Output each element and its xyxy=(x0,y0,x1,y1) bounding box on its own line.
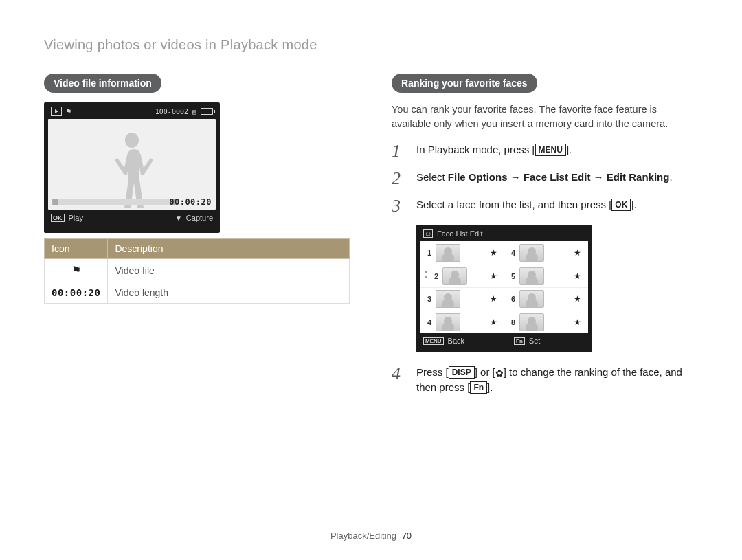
face-thumb xyxy=(442,267,467,285)
preview-viewport: 00:00:20 xyxy=(48,119,216,210)
file-counter: 100-0002 xyxy=(155,108,188,115)
star-icon: ★ xyxy=(490,271,497,281)
scrub-bar xyxy=(52,199,176,205)
step-number: 3 xyxy=(392,197,407,215)
step-2: 2 Select File Options → Face List Edit →… xyxy=(392,170,698,188)
preview-topbar: ⚑ 100-0002 ▤ xyxy=(45,104,218,119)
face-detect-icon: ☺ xyxy=(423,229,433,238)
steps-list-cont: 4 Press [DISP] or [✿] to change the rank… xyxy=(392,365,698,395)
col-icon: Icon xyxy=(45,239,108,259)
play-mode-icon xyxy=(51,107,62,116)
disp-button-icon: DISP xyxy=(449,366,475,379)
star-icon: ★ xyxy=(574,294,581,304)
page-footer: Playback/Editing 70 xyxy=(0,530,742,541)
face-thumb xyxy=(436,244,460,262)
face-thumb xyxy=(519,290,544,308)
elapsed-time: 00:00:20 xyxy=(169,197,212,207)
star-icon: ★ xyxy=(574,248,581,258)
step-number: 2 xyxy=(392,170,407,188)
down-icon: ▼ xyxy=(175,214,182,222)
capture-label: Capture xyxy=(186,214,213,222)
menu-tag-icon: MENU xyxy=(423,337,444,345)
step-text: Select File Options → Face List Edit → E… xyxy=(416,170,673,188)
person-silhouette xyxy=(108,127,156,210)
play-label: Play xyxy=(69,214,83,222)
star-icon: ★ xyxy=(574,271,581,281)
header-rule xyxy=(330,45,698,45)
faceedit-title: Face List Edit xyxy=(437,229,483,238)
updown-icon: ˄˅ xyxy=(425,271,427,281)
table-row: 00:00:20 Video length xyxy=(45,282,350,304)
step-3: 3 Select a face from the list, and then … xyxy=(392,197,698,215)
face-list-edit-screen: ☺ Face List Edit 1★ 4★ ˄˅2★ 5★ 3★ 6★ 4★ … xyxy=(416,225,592,352)
menu-button-icon: MENU xyxy=(535,144,566,156)
desc-cell: Video length xyxy=(108,282,350,304)
video-preview-screen: ⚑ 100-0002 ▤ 00:00:20 xyxy=(44,102,220,233)
timestamp-icon: 00:00:20 xyxy=(52,287,100,298)
face-cell: 1★ xyxy=(420,241,504,265)
step-text: Press [DISP] or [✿] to change the rankin… xyxy=(416,365,698,395)
star-icon: ★ xyxy=(490,294,497,304)
intro-text: You can rank your favorite faces. The fa… xyxy=(392,102,698,131)
face-thumb xyxy=(436,290,460,308)
faceedit-footer: MENU Back Fn Set xyxy=(418,333,591,348)
face-cell: 8★ xyxy=(504,311,588,334)
face-cell: 4★ xyxy=(504,241,588,265)
step-text: In Playback mode, press [MENU]. xyxy=(416,142,572,160)
face-thumb xyxy=(436,313,460,331)
steps-list: 1 In Playback mode, press [MENU]. 2 Sele… xyxy=(392,142,698,215)
desc-cell: Video file xyxy=(108,259,350,282)
face-cell: 5★ xyxy=(504,265,588,288)
video-file-icon: ⚑ xyxy=(66,107,71,116)
fn-button-icon: Fn xyxy=(470,381,487,394)
set-label: Set xyxy=(529,337,541,345)
preview-bottombar: OK Play ▼ Capture xyxy=(45,210,218,226)
video-file-icon: ⚑ xyxy=(71,265,81,276)
macro-flower-icon: ✿ xyxy=(495,368,504,379)
step-1: 1 In Playback mode, press [MENU]. xyxy=(392,142,698,160)
face-cell: 6★ xyxy=(504,287,588,311)
storage-icon: ▤ xyxy=(192,108,196,115)
faceedit-grid: 1★ 4★ ˄˅2★ 5★ 3★ 6★ 4★ 8★ xyxy=(420,241,588,333)
face-thumb xyxy=(519,313,544,331)
page-title: Viewing photos or videos in Playback mod… xyxy=(44,37,317,53)
right-column: Ranking your favorite faces You can rank… xyxy=(392,74,698,405)
col-desc: Description xyxy=(108,239,350,259)
face-cell: 3★ xyxy=(420,287,504,311)
ok-icon: OK xyxy=(51,214,65,222)
fn-tag-icon: Fn xyxy=(514,337,525,345)
section-heading-ranking: Ranking your favorite faces xyxy=(392,74,537,93)
face-cell-selected: ˄˅2★ xyxy=(420,265,504,288)
table-row: ⚑ Video file xyxy=(45,259,350,282)
face-thumb xyxy=(519,244,544,262)
star-icon: ★ xyxy=(490,248,497,258)
step-4: 4 Press [DISP] or [✿] to change the rank… xyxy=(392,365,698,395)
page-header: Viewing photos or videos in Playback mod… xyxy=(44,37,698,53)
battery-icon xyxy=(201,108,213,115)
faceedit-header: ☺ Face List Edit xyxy=(418,226,591,241)
page-number: 70 xyxy=(402,530,412,541)
step-number: 1 xyxy=(392,142,407,160)
back-label: Back xyxy=(448,337,464,345)
footer-section: Playback/Editing xyxy=(330,530,396,541)
face-cell: 4★ xyxy=(420,311,504,334)
icon-description-table: Icon Description ⚑ Video file 00:00:20 V… xyxy=(44,238,350,304)
left-column: Video file information ⚑ 100-0002 ▤ xyxy=(44,74,350,405)
star-icon: ★ xyxy=(490,317,497,327)
step-number: 4 xyxy=(392,365,407,395)
section-heading-video-info: Video file information xyxy=(44,74,161,93)
face-thumb xyxy=(519,267,544,285)
star-icon: ★ xyxy=(574,317,581,327)
ok-button-icon: OK xyxy=(611,199,631,211)
step-text: Select a face from the list, and then pr… xyxy=(416,197,637,215)
